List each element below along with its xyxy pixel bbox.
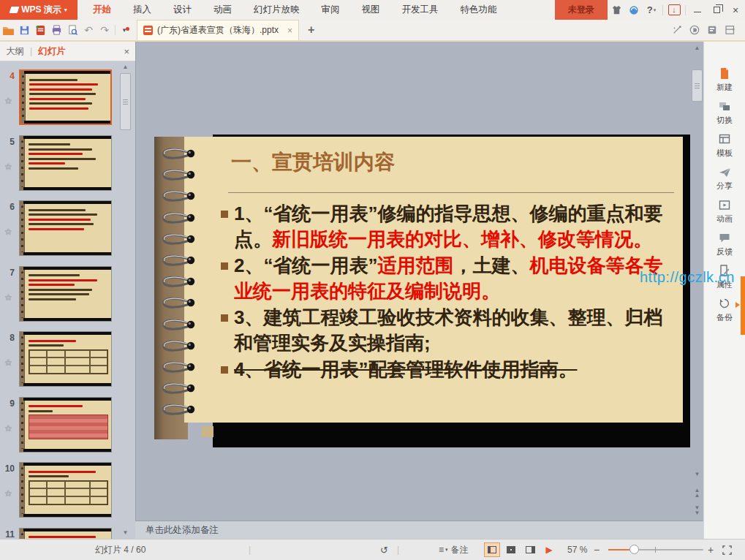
- thumbnail-preview[interactable]: [19, 331, 112, 387]
- slide-thumbnail[interactable]: 9★: [0, 397, 117, 462]
- app-logo-menu[interactable]: WPS 演示 ▾: [0, 0, 77, 20]
- panel-item-backup[interactable]: 备份: [704, 296, 745, 328]
- print-icon[interactable]: [48, 21, 64, 39]
- history-icon[interactable]: ↺: [380, 540, 388, 560]
- panel-item-animation[interactable]: 动画: [704, 197, 745, 230]
- spiral-ring-icon: [156, 296, 199, 309]
- fit-to-window-button[interactable]: [722, 540, 732, 560]
- panel-item-feedback[interactable]: 反馈: [704, 230, 745, 262]
- current-slide[interactable]: 一、宣贯培训内容 1、“省统一用表”修编的指导思想、修编的重点和要点。新旧版统一…: [151, 129, 690, 448]
- menu-tab[interactable]: 插入: [122, 0, 162, 20]
- slide-title[interactable]: 一、宣贯培训内容: [231, 148, 395, 176]
- zoom-percent: 57 %: [567, 540, 587, 560]
- spiral-ring-icon: [156, 360, 199, 374]
- slide-thumbnail[interactable]: 5★: [0, 135, 117, 200]
- menu-tab[interactable]: 审阅: [311, 0, 351, 20]
- slide-thumbnail[interactable]: 10★: [0, 462, 117, 527]
- thumbnail-preview[interactable]: [19, 528, 112, 540]
- scroll-up-icon[interactable]: ▲: [691, 44, 703, 53]
- export-pdf-icon[interactable]: [32, 21, 48, 39]
- print-preview-icon[interactable]: [64, 21, 80, 39]
- zoom-out-button[interactable]: −: [594, 540, 600, 560]
- spiral-ring-icon: [156, 382, 199, 395]
- new-tab-button[interactable]: +: [308, 23, 314, 37]
- scroll-down-icon[interactable]: ▼: [691, 470, 703, 479]
- skin-center-icon[interactable]: [608, 0, 625, 20]
- slide-thumbnail[interactable]: 4★: [0, 69, 117, 135]
- zoom-in-button[interactable]: +: [708, 540, 714, 560]
- title-bar: WPS 演示 ▾ 开始插入设计动画幻灯片放映审阅视图开发工具特色功能 未登录 ?…: [0, 0, 745, 20]
- docer-tool-icon[interactable]: [689, 25, 700, 35]
- tab-close-icon[interactable]: ×: [287, 26, 292, 36]
- customize-toolbar-dropdown[interactable]: ▾: [118, 26, 131, 34]
- normal-view-button[interactable]: [484, 542, 500, 557]
- ribbon-layout-tool-icon[interactable]: [725, 25, 738, 35]
- tab-slides[interactable]: 幻灯片: [38, 45, 66, 58]
- text-segment: 新旧版统一用表的对比、增补、修改等情况。: [272, 228, 652, 250]
- panel-item-new-doc[interactable]: 新建: [704, 66, 745, 98]
- menu-tab[interactable]: 特色功能: [450, 0, 508, 20]
- panel-edge-tab[interactable]: [741, 276, 745, 335]
- sidebar-scrollbar[interactable]: ▲ ▼: [119, 61, 132, 539]
- task-pane-tool-icon[interactable]: [707, 25, 717, 35]
- menu-tab[interactable]: 开发工具: [391, 0, 450, 20]
- tab-outline[interactable]: 大纲: [6, 45, 24, 58]
- wand-tool-icon[interactable]: [672, 25, 682, 35]
- thumbnail-preview[interactable]: [19, 135, 112, 191]
- divider: |: [397, 540, 399, 560]
- zoom-slider[interactable]: [608, 549, 703, 550]
- close-button[interactable]: ×: [726, 0, 745, 20]
- scrollbar-thumb[interactable]: [692, 69, 703, 102]
- slide-thumbnail[interactable]: 7★: [0, 266, 117, 331]
- spiral-ring-icon: [156, 232, 199, 246]
- next-slide-button[interactable]: ▼▼: [691, 505, 703, 514]
- assistant-icon[interactable]: [625, 0, 643, 20]
- slideshow-play-button[interactable]: ▶: [541, 542, 557, 557]
- redo-icon[interactable]: ↷: [97, 21, 113, 39]
- previous-slide-button[interactable]: ▲▲: [691, 488, 703, 496]
- document-tab[interactable]: (广东)省通表宣贯（珠海）.pptx ×: [137, 20, 299, 40]
- notes-toggle-label: 备注: [451, 544, 469, 556]
- save-icon[interactable]: [16, 21, 32, 39]
- menu-tab[interactable]: 开始: [82, 0, 122, 20]
- slide-thumbnail[interactable]: 8★: [0, 331, 117, 396]
- thumbnail-preview[interactable]: [19, 200, 112, 256]
- panel-item-template[interactable]: 模板: [704, 132, 745, 164]
- thumbnail-preview[interactable]: [19, 462, 112, 518]
- panel-item-switch[interactable]: 切换: [704, 99, 745, 131]
- menu-tab[interactable]: 视图: [351, 0, 391, 20]
- slide-editor-canvas[interactable]: 一、宣贯培训内容 1、“省统一用表”修编的指导思想、修编的重点和要点。新旧版统一…: [135, 42, 703, 521]
- panel-item-share[interactable]: 分享: [704, 164, 745, 197]
- divider: [685, 5, 686, 15]
- panel-expand-arrow-icon[interactable]: [735, 302, 740, 308]
- reading-view-button[interactable]: [522, 542, 538, 557]
- zoom-slider-thumb[interactable]: [629, 545, 639, 554]
- slide-body-text[interactable]: 1、“省统一用表”修编的指导思想、修编的重点和要点。新旧版统一用表的对比、增补、…: [224, 201, 681, 383]
- help-button[interactable]: ? ▾: [643, 0, 660, 20]
- undo-icon[interactable]: ↶: [80, 21, 97, 39]
- divider: [115, 25, 116, 35]
- panel-close-icon[interactable]: ×: [124, 46, 129, 57]
- scroll-down-icon[interactable]: ▼: [119, 529, 132, 537]
- thumbnail-preview[interactable]: [19, 266, 112, 322]
- notes-toggle[interactable]: ≡ ▾ 备注: [439, 540, 469, 560]
- login-button[interactable]: 未登录: [555, 0, 608, 20]
- slide-thumbnail[interactable]: 6★: [0, 200, 117, 265]
- update-download-icon[interactable]: ↓: [665, 0, 683, 20]
- menu-tab[interactable]: 动画: [203, 0, 243, 20]
- thumbnail-preview[interactable]: [19, 69, 112, 125]
- notes-pane[interactable]: 单击此处添加备注: [135, 521, 703, 539]
- bullet-square-icon: [221, 262, 228, 270]
- menu-tab[interactable]: 设计: [162, 0, 203, 20]
- switch-icon: [704, 99, 745, 113]
- open-file-icon[interactable]: [0, 21, 16, 39]
- scroll-up-icon[interactable]: ▲: [119, 63, 132, 72]
- minimize-button[interactable]: [688, 0, 707, 20]
- menu-tab[interactable]: 幻灯片放映: [243, 0, 311, 20]
- slide-sorter-view-button[interactable]: [503, 542, 519, 557]
- scrollbar-thumb[interactable]: [120, 73, 131, 130]
- text-segment: ，土建、: [453, 254, 529, 276]
- restore-button[interactable]: [707, 0, 726, 20]
- thumbnail-preview[interactable]: [19, 397, 112, 453]
- slide-thumbnail[interactable]: 11★: [0, 528, 117, 540]
